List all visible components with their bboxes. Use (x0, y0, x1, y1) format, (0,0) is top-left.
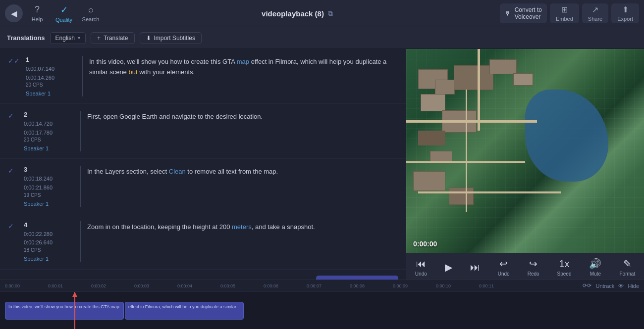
convert-label: Convert toVoiceover (515, 6, 542, 21)
tick-7: 0:00:07 (307, 283, 350, 288)
eye-icon: 👁 (618, 283, 624, 289)
map-road-2 (478, 49, 480, 131)
redo-button[interactable]: ↪ Redo (525, 257, 542, 278)
track-segment-1[interactable]: In this video, we'll show you how to cre… (5, 302, 124, 320)
highlight-meters: meters (232, 223, 252, 231)
chevron-down-icon: ▾ (78, 35, 80, 41)
subtitle-speaker-3[interactable]: Speaker 1 (24, 201, 73, 207)
topbar: ◀ ? Help ✓ Quality ⌕ Search videoplaybac… (0, 0, 644, 27)
quality-icon: ✓ (60, 4, 68, 15)
subtitle-speaker-2[interactable]: Speaker 1 (24, 145, 73, 151)
map-building-11 (513, 73, 533, 86)
topbar-center: videoplayback (8) ⧉ (114, 9, 481, 18)
translate-button[interactable]: + Translate (91, 32, 135, 44)
tick-0: 0:00:00 (5, 283, 48, 288)
tick-3: 0:00:03 (134, 283, 177, 288)
timeline-header: 0:00:00 0:00:01 0:00:02 0:00:03 0:00:04 … (0, 280, 644, 292)
help-button[interactable]: ? Help (25, 2, 50, 25)
map-road-1 (406, 120, 537, 123)
plus-icon: + (97, 35, 101, 42)
share-button[interactable]: ↗ Share (582, 3, 608, 23)
share-label: Share (588, 16, 602, 22)
export-button[interactable]: ⬆ Export (611, 3, 639, 23)
subtitle-item-2: ✓ 2 0:00:14.720 0:00:17.780 20 CPS Speak… (0, 104, 406, 159)
tick-8: 0:00:08 (350, 283, 393, 288)
forward-icon: ⏭ (470, 262, 480, 273)
forward-button[interactable]: ⏭ (467, 261, 483, 274)
subtitle-text-4[interactable]: Zoom in on the location, keeping the hei… (87, 221, 398, 233)
subtitle-cps-4: 18 CPS (24, 247, 73, 253)
subtitle-text-3[interactable]: In the Layers section, select Clean to r… (87, 166, 398, 177)
format-icon: ✎ (623, 258, 632, 270)
quality-label: Quality (55, 17, 72, 23)
check-icon-1: ✓✓ (8, 57, 20, 65)
subtitle-speaker-1[interactable]: Speaker 1 (26, 91, 75, 96)
subtitle-cps-1: 20 CPS (26, 82, 75, 88)
subtitle-number-2: 2 (24, 111, 73, 118)
import-label: Import Subtitles (154, 35, 195, 42)
back-button[interactable]: ◀ (5, 4, 23, 22)
video-timestamp: 0:00:00 (413, 240, 437, 248)
embed-button[interactable]: ⊞ Embed (550, 3, 579, 23)
undo-label: Undo (415, 271, 427, 277)
subtitle-meta-3: 3 0:00:18.240 0:00:21.860 19 CPS Speaker… (24, 166, 73, 206)
timeline-body: In this video, we'll show you how to cre… (0, 292, 644, 329)
track-segment-text-1: In this video, we'll show you how to cre… (8, 304, 120, 310)
mute-button[interactable]: 🔊 Mute (586, 257, 604, 278)
untrack-button[interactable]: Untrack (595, 283, 614, 289)
divider-1 (82, 56, 83, 96)
map-building-9 (449, 188, 474, 205)
subtitle-item-1: ✓✓ 1 0:00:07.140 0:00:14.260 20 CPS Spea… (0, 49, 406, 104)
language-value: English (55, 35, 75, 42)
subtitle-text-1[interactable]: In this video, we'll show you how to cre… (89, 56, 398, 78)
undo-btn-label: Undo (498, 271, 510, 277)
translations-label: Translations (7, 34, 45, 42)
tick-11: 0:00:11 (479, 283, 522, 288)
map-building-2 (435, 80, 455, 94)
check-icon-4: ✓ (8, 222, 18, 230)
map-road-5 (466, 90, 467, 212)
subtitle-cps-2: 20 CPS (24, 137, 73, 142)
timeline-controls-right: ⟳⟳ Untrack 👁 Hide (583, 282, 644, 289)
check-icon-3: ✓ (8, 167, 18, 175)
speed-button[interactable]: 1x Speed (554, 257, 575, 278)
format-button[interactable]: ✎ Format (616, 257, 638, 278)
play-button[interactable]: ▶ (442, 260, 455, 274)
divider-2 (80, 111, 81, 151)
divider-3 (80, 166, 81, 206)
highlight-clean: Clean (169, 168, 186, 175)
timeline-playhead[interactable] (74, 292, 75, 329)
speed-label: Speed (557, 271, 572, 277)
hide-button[interactable]: Hide (628, 283, 639, 289)
video-panel: 0:00:00 ⏮ Undo ▶ ⏭ ↩ Undo (406, 49, 644, 280)
external-link-icon[interactable]: ⧉ (328, 9, 333, 18)
speed-icon: 1x (559, 258, 569, 270)
help-icon: ? (35, 4, 40, 15)
rewind-button[interactable]: ⏮ Undo (412, 257, 430, 278)
subtitle-start-3: 0:00:18.240 (24, 175, 73, 184)
import-subtitles-button[interactable]: ⬇ Import Subtitles (140, 32, 202, 44)
mute-label: Mute (590, 271, 601, 277)
subtitle-speaker-4[interactable]: Speaker 1 (24, 256, 73, 262)
undo-button[interactable]: ↩ Undo (495, 257, 513, 278)
subtitle-end-3: 0:00:21.860 (24, 184, 73, 192)
search-button[interactable]: ⌕ Search (78, 2, 103, 25)
page-title: videoplayback (8) (262, 9, 324, 18)
subtitle-end-2: 0:00:17.780 (24, 129, 73, 138)
subtitle-start-1: 0:00:07.140 (26, 65, 75, 74)
transcribe-notice: By default, only a section of your file … (0, 269, 406, 280)
subtitle-text-2[interactable]: First, open Google Earth and navigate to… (87, 111, 398, 122)
convert-to-voiceover-button[interactable]: 🎙 Convert toVoiceover (500, 3, 547, 23)
subtitle-number-3: 3 (24, 166, 73, 173)
video-preview (406, 49, 644, 253)
import-icon: ⬇ (146, 35, 151, 42)
video-container: 0:00:00 (406, 49, 644, 253)
undo-icon: ↩ (499, 258, 508, 270)
transcribe-entire-file-button[interactable]: Transcribe the Entire File (316, 276, 398, 280)
format-label: Format (619, 271, 635, 277)
quality-button[interactable]: ✓ Quality (52, 2, 76, 25)
language-selector[interactable]: English ▾ (50, 32, 86, 44)
subtitle-item-3: ✓ 3 0:00:18.240 0:00:21.860 19 CPS Speak… (0, 159, 406, 214)
track-segment-2[interactable]: effect in Filmora, which will help you d… (125, 302, 244, 320)
share-icon: ↗ (592, 5, 598, 14)
